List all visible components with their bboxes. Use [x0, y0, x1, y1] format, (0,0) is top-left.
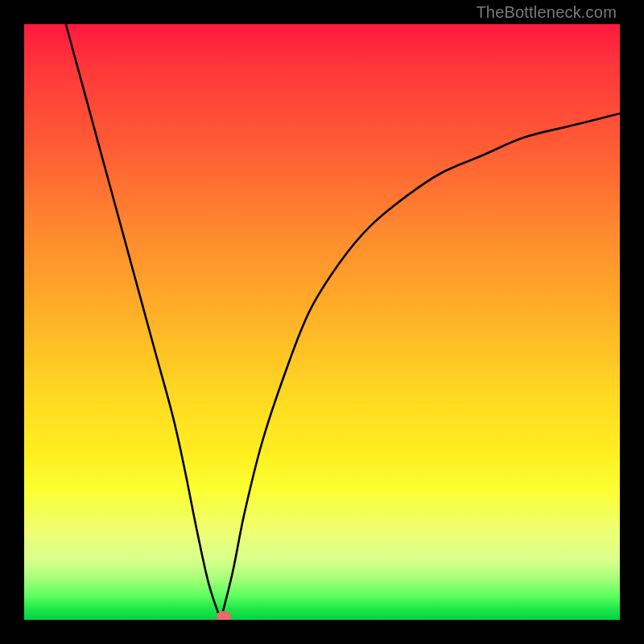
outer-frame: TheBottleneck.com [0, 0, 644, 644]
bottleneck-curve [24, 24, 620, 620]
plot-area [24, 24, 620, 620]
curve-right [221, 114, 620, 620]
watermark-text: TheBottleneck.com [476, 3, 617, 22]
curve-left [66, 24, 221, 620]
